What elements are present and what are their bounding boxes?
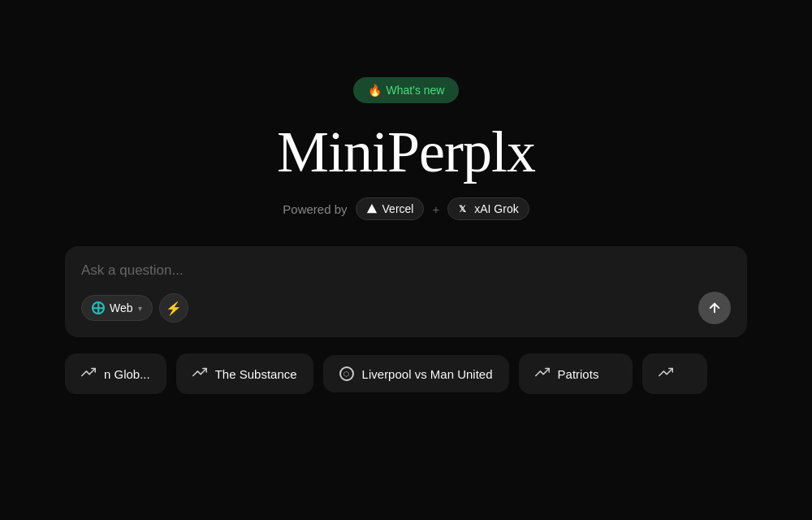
trend-up-icon-substance [192, 365, 207, 383]
trend-up-icon-patriots [535, 365, 550, 383]
search-controls-left: Web ▾ ⚡ [81, 293, 188, 323]
trending-card-substance[interactable]: The Substance [176, 353, 313, 394]
trending-card-liverpool[interactable]: Liverpool vs Man United [323, 355, 509, 392]
search-footer: Web ▾ ⚡ [81, 292, 731, 324]
vercel-label: Vercel [382, 202, 414, 215]
xai-badge[interactable]: 𝕏 xAI Grok [447, 197, 529, 220]
svg-marker-0 [366, 204, 376, 213]
trending-card-patriots-label: Patriots [558, 367, 599, 381]
app-title: MiniPerplx [277, 123, 535, 181]
trending-card-glob[interactable]: n Glob... [65, 353, 166, 394]
powered-by-row: Powered by Vercel + 𝕏 xAI Grok [283, 197, 529, 220]
trending-card-liverpool-label: Liverpool vs Man United [362, 367, 493, 381]
search-box: Web ▾ ⚡ [65, 246, 747, 337]
chevron-down-icon: ▾ [138, 304, 142, 313]
submit-button[interactable] [698, 292, 731, 324]
trending-card-glob-label: n Glob... [104, 367, 150, 381]
vercel-badge[interactable]: Vercel [356, 197, 425, 220]
xai-icon: 𝕏 [458, 203, 469, 214]
web-label: Web [110, 301, 133, 314]
trend-up-icon-more [659, 365, 673, 383]
arrow-up-icon [707, 301, 722, 315]
xai-label: xAI Grok [474, 202, 518, 215]
bolt-button[interactable]: ⚡ [159, 293, 188, 323]
powered-by-label: Powered by [283, 202, 347, 216]
soccer-icon [339, 366, 354, 381]
globe-icon [92, 301, 105, 314]
whats-new-label: What's new [387, 84, 445, 97]
whats-new-button[interactable]: 🔥 What's new [353, 77, 460, 103]
plus-separator: + [432, 202, 439, 216]
trend-up-icon [81, 365, 96, 383]
search-input[interactable] [81, 262, 731, 279]
vercel-icon [366, 203, 378, 214]
fire-icon: 🔥 [368, 84, 382, 97]
web-dropdown[interactable]: Web ▾ [81, 295, 153, 321]
main-content: 🔥 What's new MiniPerplx Powered by Verce… [0, 77, 812, 394]
trending-card-substance-label: The Substance [215, 367, 297, 381]
svg-text:𝕏: 𝕏 [459, 204, 466, 214]
trending-card-more[interactable] [642, 353, 707, 394]
trending-card-patriots[interactable]: Patriots [519, 353, 633, 394]
trending-section: n Glob... The Substance Liverpool vs Man… [65, 353, 747, 394]
bolt-icon: ⚡ [166, 301, 182, 316]
